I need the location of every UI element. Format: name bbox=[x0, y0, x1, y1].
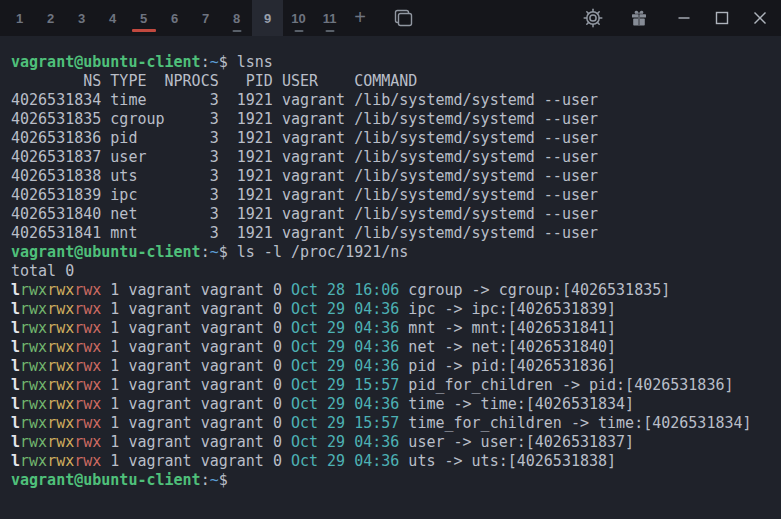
terminal-text-segment: l bbox=[11, 281, 20, 299]
tab-6[interactable]: 6 bbox=[159, 0, 190, 36]
tab-activity-indicator bbox=[232, 30, 241, 32]
tab-4[interactable]: 4 bbox=[97, 0, 128, 36]
terminal-line: vagrant@ubuntu-client:~$ lsns bbox=[11, 53, 775, 72]
close-button[interactable] bbox=[741, 0, 779, 36]
terminal-text-segment: Oct 29 04:36 bbox=[291, 319, 399, 337]
terminal-text-segment: mnt -> mnt:[4026531841] bbox=[399, 319, 616, 337]
terminal-text-segment: rwx bbox=[74, 338, 101, 356]
terminal-text-segment: 1 vagrant vagrant 0 bbox=[101, 300, 291, 318]
terminal-text-segment: rwx bbox=[20, 281, 47, 299]
terminal-text-segment: l bbox=[11, 433, 20, 451]
terminal-text-segment: uts -> uts:[4026531838] bbox=[399, 452, 616, 470]
tab-11[interactable]: 11 bbox=[314, 0, 345, 36]
terminal-text-segment: 4026531839 ipc 3 1921 vagrant /lib/syste… bbox=[11, 186, 598, 204]
terminal-text-segment: rwx bbox=[47, 376, 74, 394]
terminal-text-segment: NS TYPE NPROCS PID USER COMMAND bbox=[11, 72, 417, 90]
terminal-text-segment: l bbox=[11, 395, 20, 413]
tab-bar-actions bbox=[583, 0, 781, 36]
terminal-text-segment: Oct 29 15:57 bbox=[291, 414, 399, 432]
terminal-text-segment: vagrant@ubuntu-client bbox=[11, 471, 201, 489]
terminal-text-segment: rwx bbox=[74, 376, 101, 394]
terminal-text-segment: rwx bbox=[74, 452, 101, 470]
terminal-line: lrwxrwxrwx 1 vagrant vagrant 0 Oct 29 04… bbox=[11, 319, 775, 338]
maximize-button[interactable] bbox=[703, 0, 741, 36]
tab-activity-indicator bbox=[132, 29, 156, 32]
terminal-text-segment: l bbox=[11, 414, 20, 432]
tab-3[interactable]: 3 bbox=[66, 0, 97, 36]
terminal-screen[interactable]: vagrant@ubuntu-client:~$ lsns NS TYPE NP… bbox=[0, 36, 781, 490]
terminal-line: NS TYPE NPROCS PID USER COMMAND bbox=[11, 72, 775, 91]
tab-strip: 1234567891011 bbox=[0, 0, 345, 36]
terminal-text-segment: rwx bbox=[47, 319, 74, 337]
terminal-text-segment: Oct 29 04:36 bbox=[291, 395, 399, 413]
terminal-text-segment: rwx bbox=[74, 395, 101, 413]
settings-gear-icon[interactable] bbox=[583, 8, 603, 28]
terminal-text-segment: 1 vagrant vagrant 0 bbox=[101, 414, 291, 432]
terminal-text-segment: rwx bbox=[20, 338, 47, 356]
terminal-line: lrwxrwxrwx 1 vagrant vagrant 0 Oct 29 04… bbox=[11, 395, 775, 414]
tab-1[interactable]: 1 bbox=[4, 0, 35, 36]
terminal-text-segment: Oct 29 04:36 bbox=[291, 338, 399, 356]
terminal-text-segment: 4026531840 net 3 1921 vagrant /lib/syste… bbox=[11, 205, 598, 223]
terminal-text-segment: 4026531834 time 3 1921 vagrant /lib/syst… bbox=[11, 91, 598, 109]
terminal-line: vagrant@ubuntu-client:~$ ls -l /proc/192… bbox=[11, 243, 775, 262]
terminal-text-segment: $ bbox=[219, 471, 228, 489]
terminal-text-segment: : bbox=[201, 243, 210, 261]
terminal-line: lrwxrwxrwx 1 vagrant vagrant 0 Oct 29 04… bbox=[11, 433, 775, 452]
terminal-text-segment: 1 vagrant vagrant 0 bbox=[101, 452, 291, 470]
minimize-button[interactable] bbox=[665, 0, 703, 36]
terminal-text-segment: rwx bbox=[74, 281, 101, 299]
terminal-text-segment: time_for_children -> time:[4026531834] bbox=[399, 414, 751, 432]
tab-8[interactable]: 8 bbox=[221, 0, 252, 36]
tab-5[interactable]: 5 bbox=[128, 0, 159, 36]
tab-label: 4 bbox=[109, 11, 116, 26]
terminal-line: 4026531837 user 3 1921 vagrant /lib/syst… bbox=[11, 148, 775, 167]
gift-icon[interactable] bbox=[629, 8, 649, 28]
terminal-line: 4026531839 ipc 3 1921 vagrant /lib/syste… bbox=[11, 186, 775, 205]
terminal-text-segment: 1 vagrant vagrant 0 bbox=[101, 357, 291, 375]
tab-2[interactable]: 2 bbox=[35, 0, 66, 36]
terminal-text-segment: 1 vagrant vagrant 0 bbox=[101, 319, 291, 337]
terminal-text-segment: Oct 29 04:36 bbox=[291, 452, 399, 470]
terminal-text-segment: 4026531837 user 3 1921 vagrant /lib/syst… bbox=[11, 148, 598, 166]
terminal-text-segment: l bbox=[11, 300, 20, 318]
tab-label: 5 bbox=[140, 11, 147, 26]
terminal-text-segment: pid -> pid:[4026531836] bbox=[399, 357, 616, 375]
terminal-line: 4026531835 cgroup 3 1921 vagrant /lib/sy… bbox=[11, 110, 775, 129]
terminal-line: lrwxrwxrwx 1 vagrant vagrant 0 Oct 29 04… bbox=[11, 357, 775, 376]
terminal-text-segment: 4026531835 cgroup 3 1921 vagrant /lib/sy… bbox=[11, 110, 598, 128]
tab-label: 9 bbox=[264, 11, 271, 26]
tab-label: 11 bbox=[323, 11, 337, 26]
terminal-line: lrwxrwxrwx 1 vagrant vagrant 0 Oct 29 15… bbox=[11, 376, 775, 395]
terminal-text-segment: 4026531841 mnt 3 1921 vagrant /lib/syste… bbox=[11, 224, 598, 242]
terminal-line: lrwxrwxrwx 1 vagrant vagrant 0 Oct 29 04… bbox=[11, 338, 775, 357]
terminal-text-segment: rwx bbox=[47, 357, 74, 375]
terminal-text-segment: ipc -> ipc:[4026531839] bbox=[399, 300, 616, 318]
duplicate-window-icon[interactable] bbox=[391, 0, 415, 36]
terminal-line: total 0 bbox=[11, 262, 775, 281]
tab-7[interactable]: 7 bbox=[190, 0, 221, 36]
terminal-text-segment: rwx bbox=[20, 300, 47, 318]
terminal-text-segment: vagrant@ubuntu-client bbox=[11, 243, 201, 261]
terminal-text-segment: rwx bbox=[20, 376, 47, 394]
terminal-text-segment: rwx bbox=[20, 395, 47, 413]
terminal-text-segment: l bbox=[11, 319, 20, 337]
terminal-text-segment: rwx bbox=[20, 433, 47, 451]
tab-9[interactable]: 9 bbox=[252, 0, 283, 36]
terminal-text-segment: Oct 28 16:06 bbox=[291, 281, 399, 299]
tab-10[interactable]: 10 bbox=[283, 0, 314, 36]
terminal-text-segment: 1 vagrant vagrant 0 bbox=[101, 281, 291, 299]
terminal-line: 4026531836 pid 3 1921 vagrant /lib/syste… bbox=[11, 129, 775, 148]
terminal-text-segment: rwx bbox=[47, 414, 74, 432]
terminal-text-segment: rwx bbox=[74, 357, 101, 375]
terminal-text-segment: time -> time:[4026531834] bbox=[399, 395, 634, 413]
terminal-text-segment: total 0 bbox=[11, 262, 74, 280]
terminal-line: lrwxrwxrwx 1 vagrant vagrant 0 Oct 29 04… bbox=[11, 300, 775, 319]
terminal-text-segment: rwx bbox=[20, 414, 47, 432]
terminal-text-segment: Oct 29 04:36 bbox=[291, 300, 399, 318]
new-tab-button[interactable]: + bbox=[345, 0, 375, 36]
terminal-text-segment: rwx bbox=[47, 338, 74, 356]
tab-label: 8 bbox=[233, 11, 240, 26]
terminal-text-segment: rwx bbox=[47, 395, 74, 413]
terminal-text-segment: $ ls -l /proc/1921/ns bbox=[219, 243, 409, 261]
